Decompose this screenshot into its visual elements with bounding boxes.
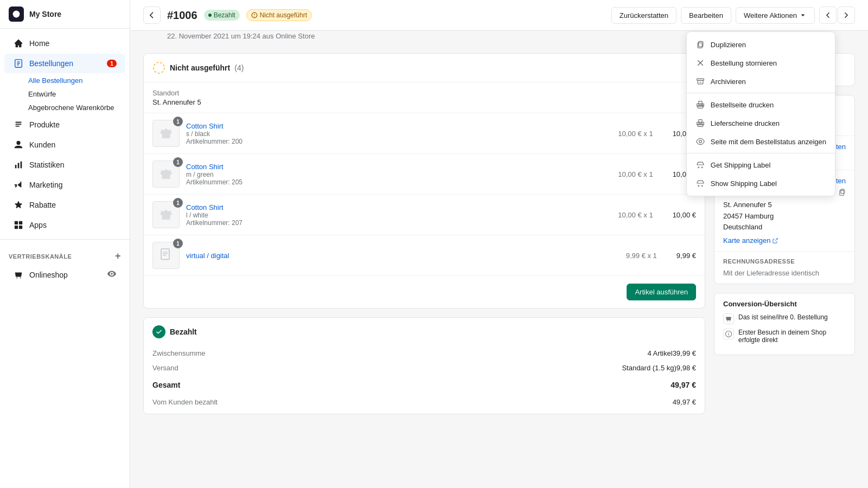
customers-icon [13, 139, 24, 150]
item-variant-1: m / green [186, 171, 611, 178]
sidebar-subitem-entwuerfe[interactable]: Entwürfe [24, 87, 130, 101]
dropdown-item-print-slip[interactable]: Lieferscheine drucken [687, 114, 835, 132]
svg-point-15 [154, 62, 164, 73]
print-icon [695, 100, 705, 110]
conversion-store-icon [723, 313, 734, 324]
more-actions-label: Weitere Aktionen [744, 11, 797, 20]
payment-card-header: Bezahlt [144, 318, 705, 346]
dropdown-item-get-label[interactable]: Get Shipping Label [687, 156, 835, 174]
refund-button[interactable]: Zurückerstatten [611, 7, 676, 24]
item-name-1[interactable]: Cotton Shirt [186, 163, 611, 171]
vertrieb-label: VERTRIEBSKANÄLE [9, 253, 72, 260]
edit-button[interactable]: Bearbeiten [681, 7, 731, 24]
svg-rect-9 [19, 221, 22, 224]
dropdown-item-cancel[interactable]: Bestellung stornieren [687, 54, 835, 72]
more-actions-button[interactable]: Weitere Aktionen [736, 7, 815, 24]
back-button[interactable] [143, 7, 161, 24]
item-price-0: 10,00 € x 1 [618, 130, 653, 138]
dropdown-print-slip-label: Lieferscheine drucken [711, 119, 780, 127]
sidebar-item-statistiken[interactable]: Statistiken [4, 155, 125, 175]
top-bar-actions: Zurückerstatten Bearbeiten Weitere Aktio… [611, 7, 855, 24]
sidebar-item-bestellungen-label: Bestellungen [29, 59, 73, 68]
dropdown-item-duplicate[interactable]: Duplizieren [687, 35, 835, 54]
map-link-row: Karte anzeigen [723, 236, 846, 245]
payment-total-row: Gesamt 49,97 € [144, 375, 705, 395]
sidebar-item-home-label: Home [29, 39, 49, 48]
item-name-2[interactable]: Cotton Shirt [186, 203, 611, 211]
payment-paid-row: Vom Kunden bezahlt 49,97 € [144, 395, 705, 414]
eye-icon [695, 137, 705, 146]
svg-rect-5 [15, 165, 17, 168]
item-img-wrap-1: 1 [152, 160, 180, 188]
sidebar-item-onlineshop-label: Onlineshop [29, 271, 68, 279]
conversion-info-icon [723, 329, 734, 339]
payment-icon [152, 325, 165, 338]
item-name-3[interactable]: virtual / digital [186, 252, 620, 260]
badge-unfulfilled-label: Nicht ausgeführt [260, 11, 307, 19]
fulfillment-card-header: Nicht ausgeführt (4) ··· [144, 54, 705, 82]
sidebar-item-kunden[interactable]: Kunden [4, 135, 125, 155]
order-item-3: 1 virtual / digital 9,99 € x 1 9,99 € [144, 235, 705, 276]
order-number: #1006 [167, 9, 197, 22]
item-variant-2: l / white [186, 211, 611, 219]
onlineshop-icon [13, 269, 24, 280]
item-img-wrap-3: 1 [152, 242, 180, 269]
prev-order-button[interactable] [819, 7, 837, 24]
dropdown-item-show-label[interactable]: Show Shipping Label [687, 174, 835, 192]
fulfill-button[interactable]: Artikel ausführen [627, 284, 696, 300]
sidebar-item-onlineshop[interactable]: Onlineshop [4, 265, 125, 285]
item-qty-3: 1 [173, 239, 183, 248]
item-details-2: Cotton Shirt l / white Artikelnummer: 20… [186, 203, 611, 227]
sidebar-item-produkte[interactable]: Produkte [4, 115, 125, 134]
map-link[interactable]: Karte anzeigen [723, 236, 846, 245]
dropdown-archive-label: Archivieren [711, 78, 746, 86]
svg-rect-10 [15, 226, 18, 229]
shipping-value: 9,98 € [676, 364, 696, 372]
svg-point-14 [254, 16, 254, 17]
item-price-1: 10,00 € x 1 [618, 170, 653, 178]
ship2-icon [695, 178, 705, 188]
dropdown-item-archive[interactable]: Archivieren [687, 72, 835, 91]
sidebar-item-bestellungen[interactable]: Bestellungen 1 [4, 54, 125, 73]
sidebar-item-kunden-label: Kunden [29, 140, 55, 149]
item-qty-0: 1 [173, 117, 183, 126]
sidebar-item-apps-label: Apps [29, 221, 47, 229]
dropdown-item-status-page[interactable]: Seite mit dem Bestellstatus anzeigen [687, 132, 835, 151]
copy-icon [695, 40, 705, 49]
sidebar-subitem-alle[interactable]: Alle Bestellungen [24, 74, 130, 87]
item-variant-0: s / black [186, 130, 611, 138]
copy-address-icon[interactable] [838, 188, 846, 197]
sidebar-subitem-abgebrochene[interactable]: Abgebrochene Warenkörbe [24, 101, 130, 114]
onlineshop-eye-icon[interactable] [107, 269, 117, 280]
svg-rect-38 [698, 124, 703, 127]
item-price-3: 9,99 € x 1 [626, 252, 657, 260]
sidebar-item-rabatte-label: Rabatte [29, 201, 56, 209]
paid-value: 49,97 € [673, 398, 696, 406]
item-name-0[interactable]: Cotton Shirt [186, 122, 611, 130]
conversion-card: Conversion-Übersicht Das ist seine/ihre … [714, 293, 855, 355]
item-details-1: Cotton Shirt m / green Artikelnummer: 20… [186, 163, 611, 186]
svg-rect-35 [699, 101, 702, 105]
billing-value: Mit der Lieferadresse identisch [723, 269, 846, 277]
sidebar-item-home[interactable]: Home [4, 34, 125, 53]
payment-shipping-row: Versand Standard (1.5 kg) 9,98 € [144, 361, 705, 375]
dropdown-item-print-order[interactable]: Bestellseite drucken [687, 95, 835, 114]
payment-subtotal-row: Zwischensumme 4 Artikel 39,99 € [144, 346, 705, 361]
dropdown-divider-1 [687, 93, 835, 93]
item-details-0: Cotton Shirt s / black Artikelnummer: 20… [186, 122, 611, 145]
conversion-item-0: Das ist seine/ihre 0. Bestellung [723, 313, 846, 324]
item-details-3: virtual / digital [186, 252, 620, 260]
order-item-0: 1 Cotton Shirt s / black Artikelnummer: … [144, 113, 705, 154]
order-item-1: 1 Cotton Shirt m / green Artikelnummer: … [144, 154, 705, 195]
sidebar-item-rabatte[interactable]: Rabatte [4, 195, 125, 215]
vertrieb-section: VERTRIEBSKANÄLE + [0, 244, 130, 264]
add-channel-icon[interactable]: + [115, 251, 121, 262]
badge-paid-dot [208, 14, 212, 17]
subtotal-value: 39,99 € [673, 349, 696, 357]
sidebar-item-marketing[interactable]: Marketing [4, 175, 125, 195]
home-icon [13, 38, 24, 49]
item-sku-2: Artikelnummer: 207 [186, 219, 611, 227]
conversion-title: Conversion-Übersicht [723, 300, 846, 308]
sidebar-item-apps[interactable]: Apps [4, 215, 125, 235]
next-order-button[interactable] [838, 7, 855, 24]
